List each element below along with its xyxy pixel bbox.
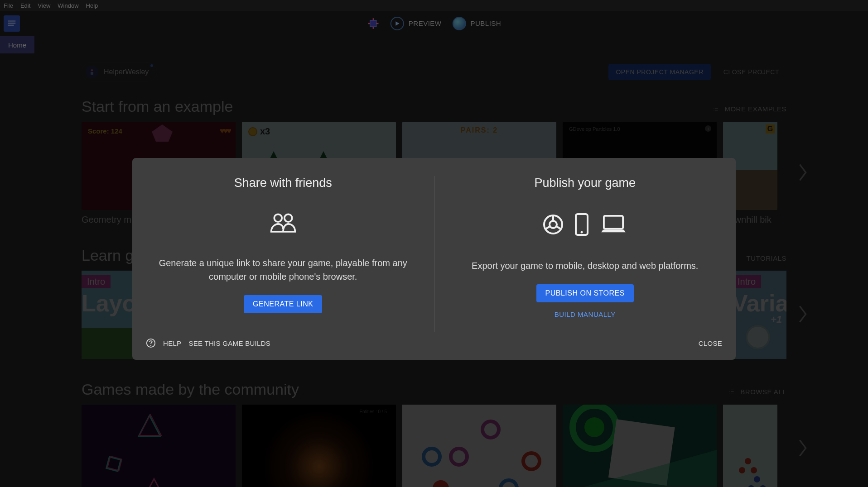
globe-icon: [452, 17, 466, 30]
svg-rect-45: [604, 216, 623, 229]
svg-point-25: [501, 480, 517, 487]
abstract-art-icon: [563, 405, 717, 487]
hearts-icon: ♥♥♥: [220, 126, 230, 136]
svg-rect-9: [91, 72, 93, 75]
user-avatar-icon: [86, 66, 98, 78]
ring-icon: [520, 450, 543, 473]
more-examples-link[interactable]: MORE EXAMPLES: [712, 105, 786, 113]
help-icon: [146, 338, 156, 348]
svg-point-29: [745, 458, 751, 464]
svg-point-39: [550, 221, 557, 228]
svg-point-35: [274, 214, 282, 222]
tutorials-label: TUTORIALS: [747, 254, 786, 262]
tab-home[interactable]: Home: [0, 36, 34, 53]
svg-rect-0: [8, 20, 16, 21]
learn-card[interactable]: Intro Variab +1: [732, 271, 786, 359]
svg-point-32: [754, 476, 760, 482]
intro-tag: Intro: [732, 275, 761, 288]
menu-window[interactable]: Window: [58, 2, 78, 9]
publish-title: Publish your game: [534, 176, 636, 190]
more-examples-label: MORE EXAMPLES: [724, 105, 786, 113]
debug-action[interactable]: [367, 17, 380, 30]
preview-action[interactable]: PREVIEW: [391, 17, 442, 30]
carousel-next-button[interactable]: [796, 438, 809, 460]
particles-title: GDevelop Particles 1.0: [569, 126, 620, 132]
svg-marker-19: [147, 479, 161, 487]
example-score: Score: 124: [88, 127, 122, 135]
chevron-right-icon: [796, 438, 809, 458]
preview-label: PREVIEW: [409, 19, 442, 27]
learn-word: Variab: [732, 290, 786, 317]
browse-all-label: BROWSE ALL: [740, 388, 786, 396]
community-title: Games made by the community: [82, 381, 299, 398]
chevron-right-icon: [796, 162, 809, 182]
community-card[interactable]: [723, 405, 777, 487]
svg-rect-3: [370, 20, 376, 27]
svg-point-44: [581, 231, 583, 234]
svg-point-33: [748, 485, 754, 487]
close-project-button[interactable]: CLOSE PROJECT: [716, 64, 786, 80]
menu-help[interactable]: Help: [86, 2, 98, 9]
close-button[interactable]: CLOSE: [699, 339, 722, 347]
notification-dot-icon: [150, 64, 153, 67]
plus-one-label: +1: [771, 314, 782, 325]
browser-icon: [542, 214, 564, 235]
ring-icon: [497, 477, 520, 487]
svg-rect-2: [8, 24, 14, 25]
tutorials-link[interactable]: TUTORIALS: [747, 254, 786, 262]
carousel-next-button[interactable]: [796, 162, 809, 184]
svg-point-36: [285, 214, 292, 222]
build-manually-button[interactable]: BUILD MANUALLY: [555, 310, 616, 318]
panel-icon: [7, 19, 17, 29]
laptop-icon: [599, 214, 627, 235]
svg-marker-15: [139, 415, 160, 436]
triangle-icon: [145, 477, 163, 487]
ring-icon: [420, 445, 443, 468]
help-link[interactable]: HELP: [163, 339, 181, 347]
svg-point-27: [584, 417, 604, 437]
svg-point-47: [150, 345, 151, 346]
molecule-icon: [746, 473, 768, 487]
pentagon-icon: [151, 124, 174, 142]
section-community: Games made by the community BROWSE ALL E…: [82, 381, 786, 487]
publish-label: PUBLISH: [470, 19, 501, 27]
project-panel-button[interactable]: [4, 15, 20, 32]
community-card[interactable]: [82, 405, 236, 487]
browse-all-link[interactable]: BROWSE ALL: [728, 388, 786, 396]
open-project-manager-button[interactable]: OPEN PROJECT MANAGER: [608, 64, 710, 80]
info-icon: i: [705, 125, 711, 132]
svg-point-30: [739, 467, 745, 473]
ring-icon: [429, 477, 452, 487]
game-meta: Entities : 0 / 5: [359, 409, 387, 414]
publish-on-stores-button[interactable]: PUBLISH ON STORES: [536, 284, 634, 302]
coin-icon: [248, 127, 257, 136]
svg-point-8: [91, 69, 93, 72]
svg-rect-1: [8, 23, 16, 24]
publish-action[interactable]: PUBLISH: [452, 17, 501, 30]
svg-line-41: [556, 226, 561, 229]
share-title: Share with friends: [234, 176, 332, 190]
triangle-icon: [136, 414, 163, 441]
user-pill[interactable]: HelperWesley: [82, 62, 157, 81]
tabs-row: Home: [0, 36, 868, 53]
share-desc: Generate a unique link to share your gam…: [150, 256, 416, 283]
intro-tag: Intro: [82, 275, 111, 288]
menu-view[interactable]: View: [38, 2, 50, 9]
community-card[interactable]: [563, 405, 717, 487]
publish-desc: Export your game to mobile, desktop and …: [472, 259, 698, 272]
menu-file[interactable]: File: [4, 2, 13, 9]
svg-point-23: [523, 453, 540, 469]
publish-panel: Publish your game: [434, 176, 736, 332]
orb-icon: [746, 325, 770, 349]
community-card[interactable]: [402, 405, 556, 487]
menu-edit[interactable]: Edit: [20, 2, 30, 9]
ring-icon: [448, 445, 470, 468]
svg-point-20: [482, 421, 499, 438]
carousel-next-button[interactable]: [796, 304, 809, 326]
svg-marker-10: [152, 124, 173, 142]
community-card[interactable]: Entities : 0 / 5: [242, 405, 396, 487]
publish-modal: Share with friends Generate a unique lin…: [132, 158, 736, 360]
see-builds-link[interactable]: SEE THIS GAME BUILDS: [188, 339, 270, 347]
coin-mult: x3: [260, 126, 270, 137]
generate-link-button[interactable]: GENERATE LINK: [244, 295, 322, 313]
